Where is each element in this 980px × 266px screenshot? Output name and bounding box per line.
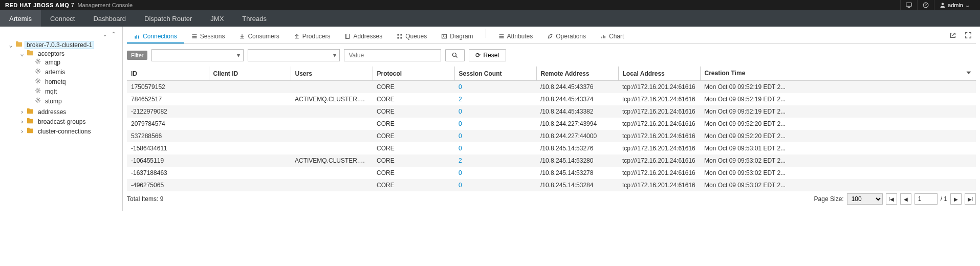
grid-icon bbox=[397, 33, 403, 39]
tree-twisty[interactable]: › bbox=[19, 118, 25, 125]
filter-field-select[interactable]: ▾ bbox=[151, 49, 244, 61]
table-row[interactable]: -2122979082CORE0/10.8.244.45:43382tcp://… bbox=[127, 105, 976, 118]
filter-value-input[interactable] bbox=[344, 49, 441, 61]
page-size-select[interactable]: 100 bbox=[847, 193, 883, 205]
tree-node-broadcast-groups[interactable]: broadcast-groups bbox=[36, 118, 88, 126]
external-link-icon[interactable] bbox=[949, 32, 956, 40]
folder-icon bbox=[27, 118, 34, 124]
session-count-link[interactable]: 0 bbox=[459, 182, 462, 189]
col-remote-address[interactable]: Remote Address bbox=[536, 66, 618, 81]
cell: Mon Oct 09 09:52:19 EDT 2... bbox=[700, 105, 976, 118]
chevron-down-icon: ⌄ bbox=[965, 2, 970, 9]
tab-connections[interactable]: Connections bbox=[127, 29, 184, 43]
upload-icon bbox=[294, 33, 300, 39]
col-users[interactable]: Users bbox=[291, 66, 373, 81]
tree-node-cluster-connections[interactable]: cluster-connections bbox=[36, 127, 93, 136]
tree-node-amqp[interactable]: amqp bbox=[43, 58, 62, 66]
svg-point-14 bbox=[37, 70, 39, 72]
table-row[interactable]: 784652517ACTIVEMQ.CLUSTER.ADMI...CORE2/1… bbox=[127, 93, 976, 105]
session-count-link[interactable]: 0 bbox=[459, 145, 462, 152]
search-icon bbox=[452, 52, 458, 58]
tree-twisty[interactable]: › bbox=[19, 108, 25, 116]
tab-sessions[interactable]: Sessions bbox=[184, 29, 232, 43]
pager-page-input[interactable] bbox=[914, 193, 938, 205]
table-row[interactable]: 1750579152CORE0/10.8.244.45:43376tcp:///… bbox=[127, 81, 976, 94]
nav-item-jmx[interactable]: JMX bbox=[201, 10, 233, 27]
col-client-id[interactable]: Client ID bbox=[209, 66, 291, 81]
table-row[interactable]: 2079784574CORE0/10.8.244.227:43994tcp://… bbox=[127, 118, 976, 130]
monitor-icon[interactable] bbox=[900, 0, 917, 10]
svg-rect-0 bbox=[906, 3, 912, 7]
cell: Mon Oct 09 09:53:02 EDT 2... bbox=[700, 154, 976, 167]
tree-node-broker-7.0.3-clustered-1[interactable]: broker-7.0.3-clustered-1 bbox=[25, 41, 94, 49]
svg-line-28 bbox=[36, 79, 37, 80]
nav-item-dispatch-router[interactable]: Dispatch Router bbox=[135, 10, 201, 27]
tab-chart[interactable]: Chart bbox=[593, 29, 631, 43]
session-count-link[interactable]: 2 bbox=[459, 96, 462, 103]
nav-item-connect[interactable]: Connect bbox=[41, 10, 84, 27]
table-row[interactable]: -1637188463CORE0/10.8.245.14:53278tcp://… bbox=[127, 167, 976, 179]
col-protocol[interactable]: Protocol bbox=[373, 66, 454, 81]
cell: 537288566 bbox=[127, 130, 209, 142]
svg-point-23 bbox=[37, 80, 39, 82]
tree-node-addresses[interactable]: addresses bbox=[36, 108, 68, 116]
svg-line-13 bbox=[39, 59, 40, 60]
nav-item-dashboard[interactable]: Dashboard bbox=[84, 10, 135, 27]
session-count-link[interactable]: 0 bbox=[459, 169, 462, 176]
brand-name: RED HAT JBOSS AMQ bbox=[5, 2, 69, 8]
table-row[interactable]: -106455119ACTIVEMQ.CLUSTER.ADMI...CORE2/… bbox=[127, 154, 976, 167]
svg-rect-68 bbox=[601, 37, 602, 38]
table-row[interactable]: -496275065CORE0/10.8.245.14:53284tcp:///… bbox=[127, 179, 976, 191]
tab-operations[interactable]: Operations bbox=[540, 29, 593, 43]
session-count-link[interactable]: 0 bbox=[459, 132, 462, 140]
collapse-all-icon[interactable]: ⌄ bbox=[102, 31, 107, 38]
cell: /10.8.244.227:43994 bbox=[536, 118, 618, 130]
filter-search-button[interactable] bbox=[445, 49, 465, 61]
tab-attributes[interactable]: Attributes bbox=[491, 29, 540, 43]
session-count-link[interactable]: 0 bbox=[459, 120, 462, 127]
fullscreen-icon[interactable] bbox=[965, 32, 972, 40]
svg-rect-66 bbox=[499, 37, 504, 38]
col-creation-time[interactable]: Creation Time bbox=[700, 66, 976, 81]
tree-twisty[interactable]: ⌄ bbox=[19, 50, 25, 57]
cell: ACTIVEMQ.CLUSTER.ADMI... bbox=[291, 154, 373, 167]
tree-twisty[interactable]: ⌄ bbox=[8, 41, 13, 49]
svg-line-20 bbox=[39, 72, 40, 73]
help-icon[interactable]: ? bbox=[917, 0, 934, 10]
table-row[interactable]: 537288566CORE0/10.8.244.227:44000tcp:///… bbox=[127, 130, 976, 142]
tree-node-artemis[interactable]: artemis bbox=[43, 68, 67, 76]
filter-op-select[interactable]: ▾ bbox=[248, 49, 340, 61]
tab-consumers[interactable]: Consumers bbox=[232, 29, 286, 43]
session-count-link[interactable]: 0 bbox=[459, 108, 462, 115]
pager-prev-button[interactable]: ◀ bbox=[900, 193, 911, 205]
tab-addresses[interactable]: Addresses bbox=[337, 29, 389, 43]
cell bbox=[209, 179, 291, 191]
svg-rect-62 bbox=[442, 34, 447, 38]
svg-rect-52 bbox=[138, 36, 139, 39]
filter-reset-button[interactable]: ⟳ Reset bbox=[469, 49, 506, 61]
column-settings-icon[interactable] bbox=[966, 70, 972, 77]
col-session-count[interactable]: Session Count bbox=[454, 66, 536, 81]
table-row[interactable]: -1586434611CORE0/10.8.245.14:53276tcp://… bbox=[127, 142, 976, 154]
user-menu[interactable]: admin ⌄ bbox=[934, 0, 975, 10]
tree-node-hornetq[interactable]: hornetq bbox=[43, 78, 68, 86]
svg-line-46 bbox=[36, 98, 37, 99]
pager-first-button[interactable]: I◀ bbox=[886, 193, 897, 205]
tab-producers[interactable]: Producers bbox=[287, 29, 338, 43]
nav-item-artemis[interactable]: Artemis bbox=[0, 10, 41, 27]
tree-twisty[interactable]: › bbox=[19, 128, 25, 135]
tab-queues[interactable]: Queues bbox=[389, 29, 434, 43]
tree-node-acceptors[interactable]: acceptors bbox=[36, 50, 67, 58]
session-count-link[interactable]: 0 bbox=[459, 83, 462, 91]
session-count-link[interactable]: 2 bbox=[459, 157, 462, 164]
tree-node-mqtt[interactable]: mqtt bbox=[43, 87, 59, 96]
pager-last-button[interactable]: ▶I bbox=[965, 193, 976, 205]
tab-diagram[interactable]: Diagram bbox=[434, 29, 480, 43]
expand-all-icon[interactable]: ⌃ bbox=[111, 31, 116, 38]
tree-node-stomp[interactable]: stomp bbox=[43, 97, 64, 105]
col-id[interactable]: ID bbox=[127, 66, 209, 81]
pager-next-button[interactable]: ▶ bbox=[950, 193, 962, 205]
col-local-address[interactable]: Local Address bbox=[618, 66, 700, 81]
svg-line-38 bbox=[39, 92, 40, 93]
nav-item-threads[interactable]: Threads bbox=[233, 10, 276, 27]
